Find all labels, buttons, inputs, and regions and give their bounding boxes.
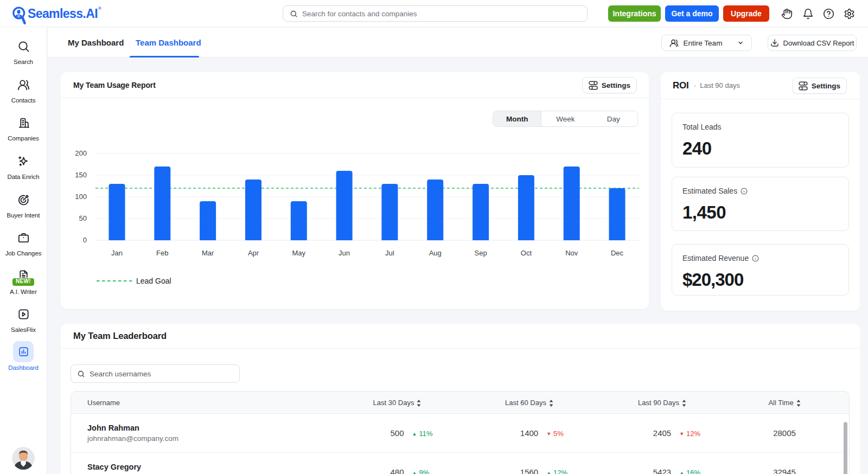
svg-text:Feb: Feb bbox=[156, 249, 168, 257]
svg-text:Nov: Nov bbox=[565, 249, 578, 257]
svg-text:Apr: Apr bbox=[248, 249, 259, 257]
svg-text:0: 0 bbox=[83, 236, 87, 244]
svg-text:Mar: Mar bbox=[202, 249, 214, 257]
svg-text:Oct: Oct bbox=[521, 249, 532, 257]
svg-text:50: 50 bbox=[79, 214, 87, 222]
svg-text:Dec: Dec bbox=[611, 249, 624, 257]
svg-text:Lead Goal: Lead Goal bbox=[136, 277, 171, 285]
svg-text:Jan: Jan bbox=[111, 249, 123, 257]
svg-text:Aug: Aug bbox=[429, 249, 442, 257]
svg-text:Sep: Sep bbox=[475, 249, 487, 257]
svg-text:Jul: Jul bbox=[385, 249, 394, 257]
svg-text:May: May bbox=[292, 249, 306, 257]
svg-text:100: 100 bbox=[75, 193, 87, 201]
svg-text:200: 200 bbox=[75, 149, 87, 157]
svg-text:150: 150 bbox=[75, 171, 87, 179]
svg-text:Jun: Jun bbox=[339, 249, 350, 257]
